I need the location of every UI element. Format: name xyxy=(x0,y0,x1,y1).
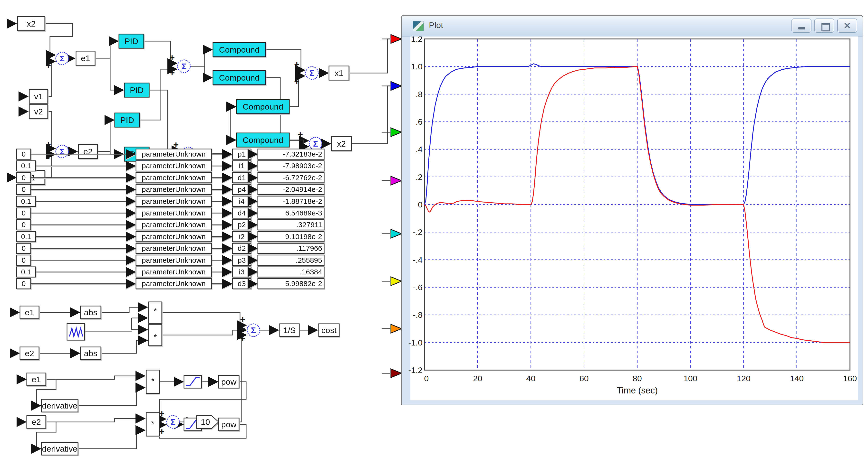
block-e1-deriv-source[interactable]: e1 xyxy=(27,373,46,386)
block-derivative1[interactable]: derivative xyxy=(41,399,78,412)
svg-text:cost: cost xyxy=(321,326,337,335)
x-tick-label: 140 xyxy=(790,374,804,383)
plot-window-icon xyxy=(413,21,424,31)
close-button[interactable]: ✕ xyxy=(837,19,857,33)
y-tick-label: -.2 xyxy=(413,227,423,237)
app-canvas: x2 v1 v2 x1 e1 e2 PID PID PID PID Compou… xyxy=(0,0,868,457)
sum3[interactable]: Σ xyxy=(178,60,190,72)
maximize-icon xyxy=(822,23,830,31)
svg-text:p2: p2 xyxy=(238,221,246,229)
param-value: .117966 xyxy=(296,244,322,252)
y-tick-label: 1.2 xyxy=(411,36,423,43)
svg-text:Σ: Σ xyxy=(182,62,186,71)
probe-arrow-cyan[interactable] xyxy=(391,229,402,238)
svg-text:pow: pow xyxy=(221,420,237,429)
svg-text:+: + xyxy=(45,60,51,71)
param-value: .16384 xyxy=(300,268,322,276)
block-cost[interactable]: cost xyxy=(319,324,339,336)
svg-text:10: 10 xyxy=(201,417,210,427)
svg-text:x1: x1 xyxy=(335,68,343,78)
svg-text:derivative: derivative xyxy=(42,401,78,410)
block-integrator[interactable]: 1/S xyxy=(280,324,299,336)
block-e2[interactable]: e2 xyxy=(79,144,97,159)
sum1[interactable]: Σ xyxy=(56,52,68,65)
block-multiplier-4[interactable]: * xyxy=(146,413,159,436)
param-row: 0.1parameterUnknowni3.16384 xyxy=(17,267,324,277)
block-gain-10[interactable]: 10 xyxy=(197,416,219,428)
block-multiplier-b[interactable]: * xyxy=(149,324,162,346)
svg-text:x2: x2 xyxy=(27,19,36,28)
svg-text:Compound: Compound xyxy=(219,73,259,82)
svg-text:+: + xyxy=(240,323,245,333)
block-pid1[interactable]: PID xyxy=(119,34,144,48)
block-compound3[interactable]: Compound xyxy=(237,100,289,114)
block-abs2[interactable]: abs xyxy=(81,347,101,360)
block-pow2[interactable]: pow xyxy=(219,418,239,431)
probe-arrow-magenta[interactable] xyxy=(391,176,402,185)
probe-arrows xyxy=(382,35,402,378)
block-derivative2[interactable]: derivative xyxy=(41,443,78,455)
svg-text:*: * xyxy=(154,306,157,315)
block-x2-output[interactable]: x2 xyxy=(332,137,351,151)
probe-arrow-dark-red[interactable] xyxy=(391,369,402,378)
param-input: 0 xyxy=(22,280,26,288)
probe-arrow-blue[interactable] xyxy=(391,81,402,90)
param-value: 5.99882e-2 xyxy=(285,280,322,288)
sum7-cost[interactable]: Σ xyxy=(247,324,260,336)
block-e1[interactable]: e1 xyxy=(76,51,95,65)
maximize-button[interactable] xyxy=(814,19,834,33)
block-e2-abs-source[interactable]: e2 xyxy=(20,347,39,360)
x-tick-label: 160 xyxy=(843,374,857,383)
sum8[interactable]: Σ xyxy=(167,416,179,428)
block-pid3[interactable]: PID xyxy=(115,113,140,127)
block-signal-generator[interactable] xyxy=(67,324,85,340)
svg-text:+: + xyxy=(240,314,245,324)
block-compound1[interactable]: Compound xyxy=(213,43,266,57)
block-e1-abs-source[interactable]: e1 xyxy=(20,306,39,319)
svg-text:pow: pow xyxy=(221,377,237,386)
block-pow1[interactable]: pow xyxy=(219,376,239,388)
svg-text:Σ: Σ xyxy=(60,147,65,156)
svg-text:v1: v1 xyxy=(34,92,43,101)
block-x1-output[interactable]: x1 xyxy=(329,66,349,80)
block-v1[interactable]: v1 xyxy=(29,90,48,103)
x-axis-title: Time (sec) xyxy=(617,385,658,395)
block-multiplier-a[interactable]: * xyxy=(149,302,162,323)
sum6[interactable]: Σ xyxy=(309,137,322,150)
x-tick-label: 20 xyxy=(473,374,482,383)
svg-text:+: + xyxy=(240,333,245,344)
x-tick-label: 80 xyxy=(632,374,642,383)
close-icon: ✕ xyxy=(838,21,857,31)
param-row: 0parameterUnknownd1-6.72762e-2 xyxy=(17,173,324,183)
block-v2[interactable]: v2 xyxy=(29,105,48,118)
block-pid2[interactable]: PID xyxy=(124,83,149,97)
minimize-button[interactable] xyxy=(792,19,811,33)
sum5[interactable]: Σ xyxy=(306,67,318,79)
svg-text:+: + xyxy=(173,140,179,150)
plot-window: Plot ✕ 1.21.0.8.6.4.20-.2-.4-.6-.8-1.0-1… xyxy=(401,15,863,405)
svg-text:derivative: derivative xyxy=(42,444,78,453)
y-tick-label: -1.0 xyxy=(408,338,423,347)
svg-text:*: * xyxy=(151,419,154,428)
x-tick-label: 120 xyxy=(737,374,750,383)
probe-arrow-orange[interactable] xyxy=(391,324,402,333)
x-tick-label: 40 xyxy=(526,374,536,383)
block-compound4[interactable]: Compound xyxy=(237,133,289,147)
svg-text:-: - xyxy=(47,47,50,57)
svg-text:parameterUnknown: parameterUnknown xyxy=(142,185,206,193)
block-x2-source[interactable]: x2 xyxy=(18,17,45,31)
param-input: 0 xyxy=(22,173,26,182)
block-abs1[interactable]: abs xyxy=(81,306,101,319)
probe-arrow-green[interactable] xyxy=(391,128,402,137)
param-row: 0parameterUnknownd35.99882e-2 xyxy=(17,279,324,289)
svg-text:e2: e2 xyxy=(25,349,34,358)
block-saturation1[interactable] xyxy=(184,376,202,388)
block-multiplier-3[interactable]: * xyxy=(146,370,159,393)
block-e2-deriv-source[interactable]: e2 xyxy=(27,416,46,428)
x-tick-label: 0 xyxy=(424,374,429,383)
plot-window-titlebar[interactable]: Plot ✕ xyxy=(402,15,863,37)
probe-arrow-yellow[interactable] xyxy=(391,277,402,286)
sum2[interactable]: Σ xyxy=(56,145,68,158)
probe-arrow-red[interactable] xyxy=(391,35,402,43)
block-compound2[interactable]: Compound xyxy=(213,71,266,85)
